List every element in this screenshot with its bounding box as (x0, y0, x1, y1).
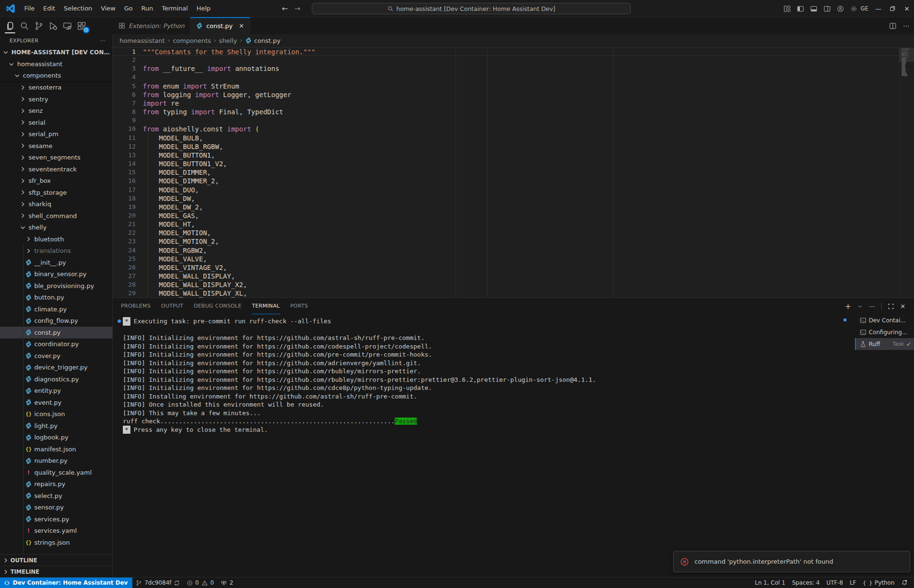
file-item-light.py[interactable]: light.py (0, 420, 112, 432)
file-item-climate.py[interactable]: climate.py (0, 303, 112, 315)
explorer-more-icon[interactable]: ⋯ (100, 38, 107, 44)
terminal-dropdown-icon[interactable] (857, 304, 863, 309)
breadcrumb-item[interactable]: shelly (219, 37, 237, 44)
file-item-manifest.json[interactable]: {}manifest.json (0, 443, 112, 455)
code-line[interactable]: 26 MODEL_VINTAGE_V2, (113, 263, 899, 272)
code-line[interactable]: 16 MODEL_DIMMER_2, (113, 177, 899, 185)
code-line[interactable]: 14 MODEL_BUTTON1_V2, (113, 159, 899, 168)
file-item-strings.json[interactable]: {}strings.json (0, 537, 112, 548)
file-item-event.py[interactable]: event.py (0, 397, 112, 409)
menu-selection[interactable]: Selection (60, 0, 97, 17)
breadcrumb-item[interactable]: homeassistant (119, 37, 165, 44)
account-icon[interactable] (834, 0, 847, 17)
code-line[interactable]: 19 MODEL_DW_2, (113, 203, 899, 211)
panel-tab-ports[interactable]: PORTS (290, 298, 308, 314)
menu-edit[interactable]: Edit (39, 0, 60, 17)
code-line[interactable]: 10from aioshelly.const import ( (113, 125, 899, 133)
code-line[interactable]: 29 MODEL_WALL_DISPLAY_XL, (113, 289, 899, 298)
code-line[interactable]: 18 MODEL_DW, (113, 194, 899, 203)
code-line[interactable]: 27 MODEL_WALL_DISPLAY, (113, 272, 899, 280)
code-line[interactable]: 13 MODEL_BUTTON1, (113, 151, 899, 159)
terminal-list-item-3[interactable]: RuffTask✓ (855, 338, 914, 350)
tab-const-py[interactable]: const.py✕ (190, 17, 250, 34)
search-view-icon[interactable] (17, 18, 31, 34)
code-line[interactable]: 22 MODEL_MOTION, (113, 229, 899, 237)
file-item-config_flow.py[interactable]: config_flow.py (0, 315, 112, 327)
minimize-button[interactable]: — (871, 0, 885, 17)
file-item-sensor.py[interactable]: sensor.py (0, 502, 112, 514)
close-tab-icon[interactable]: ✕ (239, 22, 244, 30)
folder-item-home-assistant-dev-container-...[interactable]: HOME-ASSISTANT [DEV CONTAINER: ... (0, 47, 112, 59)
file-item-binary_sensor.py[interactable]: binary_sensor.py (0, 269, 112, 280)
cursor-position[interactable]: Ln 1, Col 1 (752, 578, 789, 588)
file-item-__init__.py[interactable]: __init__.py (0, 257, 112, 269)
folder-item-seven_segments[interactable]: seven_segments (0, 152, 112, 164)
code-line[interactable]: 23 MODEL_MOTION_2, (113, 237, 899, 246)
more-actions-icon[interactable]: ⋯ (903, 22, 909, 30)
back-icon[interactable]: ← (282, 4, 288, 13)
code-line[interactable]: 1"""Constants for the Shelly integration… (113, 47, 899, 56)
folder-item-senz[interactable]: senz (0, 105, 112, 117)
folder-item-seventeentrack[interactable]: seventeentrack (0, 163, 112, 175)
customize-layout-icon[interactable] (781, 0, 794, 17)
file-item-services.py[interactable]: services.py (0, 513, 112, 525)
remote-indicator[interactable]: Dev Container: Home Assistant Dev (0, 578, 132, 588)
code-line[interactable]: 5from enum import StrEnum (113, 82, 899, 90)
notification-toast[interactable]: command 'python.interpreterPath' not fou… (673, 551, 910, 572)
code-line[interactable]: 9 (113, 116, 899, 125)
explorer-icon[interactable] (3, 18, 17, 34)
file-item-coordinator.py[interactable]: coordinator.py (0, 339, 112, 350)
settings-gear-icon[interactable] (847, 0, 861, 17)
folder-item-translations[interactable]: translations (0, 245, 112, 257)
command-center[interactable]: home-assistant [Dev Container: Home Assi… (312, 3, 631, 14)
folder-item-serial[interactable]: serial (0, 117, 112, 129)
folder-item-shelly[interactable]: shelly (0, 222, 112, 234)
run-debug-icon[interactable] (46, 18, 60, 34)
menu-help[interactable]: Help (192, 0, 215, 17)
panel-tab-output[interactable]: OUTPUT (161, 298, 183, 314)
eol[interactable]: LF (846, 578, 860, 588)
outline-section[interactable]: OUTLINE (0, 554, 112, 566)
forward-icon[interactable]: → (295, 4, 301, 13)
git-branch-status[interactable]: 7dc9084f (132, 578, 183, 588)
folder-item-sftp_storage[interactable]: sftp_storage (0, 187, 112, 199)
indentation[interactable]: Spaces: 4 (789, 578, 823, 588)
folder-item-sfr_box[interactable]: sfr_box (0, 175, 112, 187)
panel-tab-terminal[interactable]: TERMINAL (252, 298, 279, 314)
breadcrumb-item[interactable]: components (173, 37, 211, 44)
ports-status[interactable]: 2 (217, 578, 237, 588)
code-line[interactable]: 2 (113, 56, 899, 64)
folder-item-sharkiq[interactable]: sharkiq (0, 199, 112, 210)
toggle-panel-icon[interactable] (807, 0, 821, 17)
breadcrumb-item[interactable]: const.py (245, 37, 280, 44)
file-item-device_trigger.py[interactable]: device_trigger.py (0, 362, 112, 374)
terminal-list-item-1[interactable]: Dev Contai... (855, 314, 914, 326)
close-panel-icon[interactable]: ✕ (900, 303, 905, 310)
menu-terminal[interactable]: Terminal (158, 0, 192, 17)
split-editor-icon[interactable] (889, 22, 896, 30)
code-line[interactable]: 21 MODEL_HT, (113, 220, 899, 229)
code-line[interactable]: 7import re (113, 99, 899, 108)
folder-item-bluetooth[interactable]: bluetooth (0, 233, 112, 245)
file-item-diagnostics.py[interactable]: diagnostics.py (0, 373, 112, 385)
code-editor[interactable]: 1"""Constants for the Shelly integration… (113, 47, 914, 298)
timeline-section[interactable]: TIMELINE (0, 566, 112, 577)
file-item-select.py[interactable]: select.py (0, 490, 112, 502)
panel-more-icon[interactable]: ⋯ (869, 303, 875, 310)
maximize-panel-icon[interactable] (888, 303, 894, 309)
folder-item-sensoterra[interactable]: sensoterra (0, 82, 112, 94)
close-window-button[interactable]: ✕ (900, 0, 914, 17)
file-item-icons.json[interactable]: {}icons.json (0, 409, 112, 420)
menu-view[interactable]: View (97, 0, 120, 17)
tab-extension-python[interactable]: Extension: Python (113, 17, 190, 34)
profile-badge[interactable]: GE (861, 5, 871, 12)
problems-status[interactable]: 0 0 (183, 578, 217, 588)
file-item-ble_provisioning.py[interactable]: ble_provisioning.py (0, 280, 112, 292)
encoding[interactable]: UTF-8 (823, 578, 846, 588)
code-line[interactable]: 17 MODEL_DUO, (113, 186, 899, 194)
folder-item-homeassistant[interactable]: homeassistant (0, 59, 112, 70)
terminal-list-item-2[interactable]: Configuring... (855, 326, 914, 338)
folder-item-sesame[interactable]: sesame (0, 140, 112, 152)
file-item-number.py[interactable]: number.py (0, 455, 112, 467)
folder-item-components[interactable]: components (0, 70, 112, 82)
